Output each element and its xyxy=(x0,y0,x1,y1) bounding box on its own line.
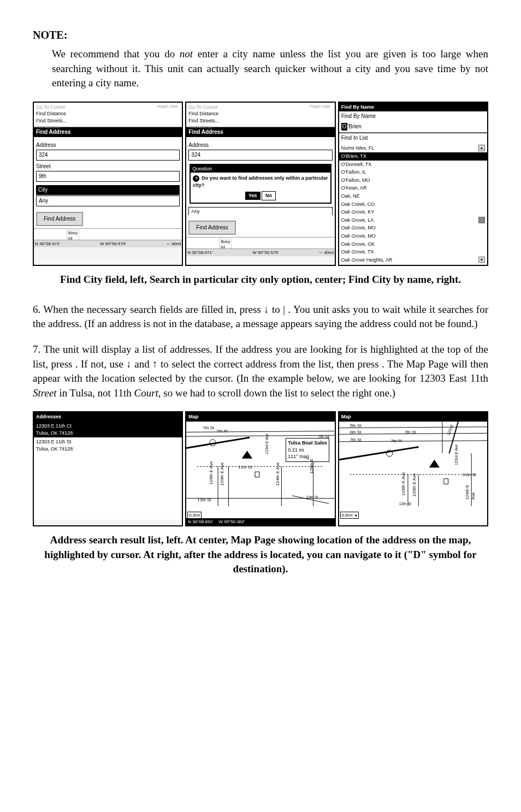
menu-find-address: Find Address... xyxy=(188,125,332,130)
input-cursor: O xyxy=(341,123,348,131)
coord-scale: ↔ 40mi xyxy=(318,250,334,256)
list-item[interactable]: Oak Grove, KY xyxy=(339,208,487,216)
find-by-name-input[interactable]: O'Brien xyxy=(339,121,487,133)
map-coords: N 36°08.891' W 95°50.382' xyxy=(186,518,334,525)
note-emphasis: not xyxy=(180,48,193,60)
note-body: We recommend that you do not enter a cit… xyxy=(52,47,488,91)
scroll-down-icon[interactable]: ▼ xyxy=(478,257,485,263)
map-coord-n: N 36°08.891' xyxy=(188,519,213,525)
street-7th-r: 7th St xyxy=(318,434,329,440)
panel-top-menu: Hogan Lake Go To Cursor Find Distance Fi… xyxy=(186,103,334,127)
panel-top-menu: Hogan Lake Go To Cursor Find Distance Fi… xyxy=(34,103,182,127)
find-address-button[interactable]: Find Address xyxy=(36,212,83,226)
step7-mid: in Tulsa, not 11th xyxy=(57,387,134,399)
map-scale: 0.8mi ◄ xyxy=(340,512,359,519)
svg-line-8 xyxy=(186,437,250,448)
find-by-name-list[interactable]: Nurmi Isles, FL▲O'Brien, TXO'Donnell, TX… xyxy=(339,143,487,265)
question-dialog: Question ?Do you want to find addresses … xyxy=(190,164,331,204)
list-item[interactable]: Oak, NE xyxy=(339,192,487,200)
yes-button[interactable]: Yes xyxy=(245,192,260,200)
street-120th: 120th E Ave xyxy=(220,463,226,486)
svg-marker-23 xyxy=(429,460,439,468)
street-11th: 11th St xyxy=(238,464,252,470)
panel-map-cursor: Map Tuls xyxy=(185,411,335,526)
question-icon: ? xyxy=(193,175,199,182)
street-field[interactable]: 9th xyxy=(36,171,180,182)
street-7th: 7th St xyxy=(203,425,214,431)
street-119th: 119th E Ave xyxy=(400,472,406,496)
svg-marker-10 xyxy=(242,451,252,459)
step7-em1: Street xyxy=(33,387,57,399)
list-item[interactable]: Oak Grove, MO xyxy=(339,232,487,240)
map-info-box: Tulsa Boat Sales 0.21 mi 111° mag xyxy=(286,438,329,462)
find-by-name-title: Find By Name xyxy=(339,103,487,112)
panel-bottom-map: Bixby64 N 36°08.971' W 95°50.579' ↔ 40mi xyxy=(34,228,182,247)
list-item[interactable]: Oak Grove Heights, AR▼ xyxy=(339,256,487,264)
list-item[interactable]: O'Kean, AR xyxy=(339,184,487,192)
coord-n: N 36°08.971' xyxy=(187,250,212,256)
panel-address-results: Addresses 12303 E 11th CtTulsa, OK 74128… xyxy=(33,411,183,526)
map-title: Map xyxy=(339,412,487,422)
street-label: Street xyxy=(36,163,180,170)
street-123rd: 123rd E Ave xyxy=(264,434,270,454)
address-list-item[interactable]: 12303 E 11th CtTulsa, OK 74128 xyxy=(34,422,182,437)
city-field[interactable]: Any xyxy=(36,195,180,206)
street-7th-s: 7th St xyxy=(405,429,416,435)
map-body[interactable]: 5th St 6th St 7th St 7th St 7th Pl 11th … xyxy=(339,422,487,525)
scroll-thumb[interactable] xyxy=(478,217,485,223)
find-address-button[interactable]: Find Address xyxy=(188,221,235,235)
address-field[interactable]: 324 xyxy=(188,150,332,161)
street-7th-pl: 7th Pl xyxy=(391,438,402,444)
svg-rect-24 xyxy=(444,479,448,484)
dialog-body: ?Do you want to find addresses only with… xyxy=(191,173,330,202)
map-coord-w: W 95°50.382' xyxy=(218,519,245,525)
address-list-item[interactable]: 12303 E 11th StTulsa, OK 74128 xyxy=(34,437,182,453)
step-7-text: 7. The unit will display a list of addre… xyxy=(33,342,488,400)
list-item[interactable]: Oak Grove, MO xyxy=(339,224,487,232)
scroll-up-icon[interactable]: ▲ xyxy=(478,145,485,151)
list-item[interactable]: O'Fallon, IL xyxy=(339,168,487,176)
no-button[interactable]: No xyxy=(262,191,276,200)
menu-find-distance: Find Distance xyxy=(36,110,180,117)
map-title: Map xyxy=(186,412,334,422)
list-item[interactable]: Oak Grove, LA xyxy=(339,216,487,224)
street-129th: 129th E xyxy=(309,459,315,474)
list-item[interactable]: Oak Creek, CO xyxy=(339,200,487,209)
step-6-text: 6. When the necessary search fields are … xyxy=(33,303,488,331)
panel-body: Address 324 Street 9th City Any Find Add… xyxy=(34,137,182,228)
addresses-title: Addresses xyxy=(34,412,182,422)
list-item[interactable]: O'Brien, TX xyxy=(339,152,487,161)
coord-scale: ↔ 40mi xyxy=(166,241,181,247)
street-13th-diag: 13th St xyxy=(306,495,318,500)
list-item[interactable]: O'Donnell, TX xyxy=(339,161,487,169)
map-body[interactable]: Tulsa Boat Sales 0.21 mi 111° mag 7th St… xyxy=(186,422,334,525)
street-13th: 13th St xyxy=(197,497,211,503)
coords-bar: N 36°08.971' W 95°50.579' ↔ 40mi xyxy=(34,240,182,247)
street-5th: 5th St xyxy=(350,423,362,429)
svg-rect-12 xyxy=(255,472,259,477)
address-list[interactable]: 12303 E 11th CtTulsa, OK 7412812303 E 11… xyxy=(34,422,182,520)
list-item[interactable]: O'Fallon, MO xyxy=(339,176,487,185)
street-7th-2: 7th St xyxy=(350,437,362,443)
coords-bar: N 36°08.971' W 95°50.579' ↔ 40mi xyxy=(186,248,334,256)
figure-2: Addresses 12303 E 11th CtTulsa, OK 74128… xyxy=(33,411,488,526)
list-item[interactable]: Oak Grove, OK xyxy=(339,240,487,248)
list-item[interactable]: Nurmi Isles, FL▲ xyxy=(339,144,487,152)
dialog-buttons: Yes No xyxy=(193,191,328,200)
street-13th: 13th St xyxy=(399,501,411,507)
step7-post: , so we had to scroll down the list to s… xyxy=(158,387,395,399)
figure-2-caption: Address search result list, left. At cen… xyxy=(33,533,488,577)
city-value-behind: Any xyxy=(188,207,332,216)
svg-line-0 xyxy=(186,431,334,432)
street-11th: 11th St xyxy=(463,472,476,478)
svg-line-1 xyxy=(186,435,334,436)
address-label: Address xyxy=(36,141,180,149)
address-field[interactable]: 324 xyxy=(36,150,180,161)
coord-n: N 36°08.971' xyxy=(35,241,60,247)
step7-pre: 7. The unit will display a list of addre… xyxy=(33,343,488,384)
street-120th: 120th E Ave xyxy=(411,473,417,497)
svg-line-17 xyxy=(339,447,418,460)
list-item[interactable]: Oak Grove, TX xyxy=(339,248,487,256)
label-line-2: 0.21 mi xyxy=(288,447,304,453)
figure-1-caption: Find City field, left, Search in particu… xyxy=(33,272,488,287)
